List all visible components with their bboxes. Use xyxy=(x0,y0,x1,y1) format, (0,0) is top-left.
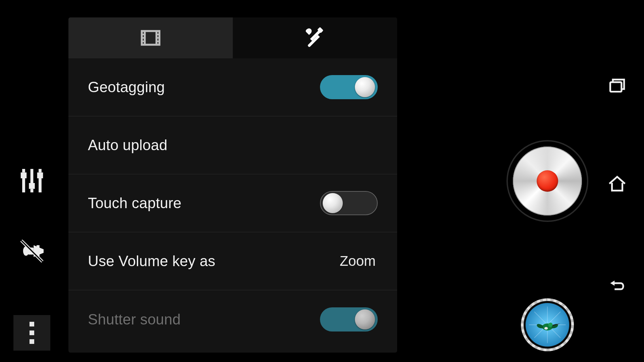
gallery-thumbnail-button[interactable] xyxy=(521,298,574,351)
record-button[interactable] xyxy=(506,140,588,222)
overflow-menu-button[interactable] xyxy=(13,315,50,351)
setting-label: Use Volume key as xyxy=(88,253,215,269)
shutter-ring xyxy=(513,146,582,216)
setting-label: Touch capture xyxy=(88,195,181,212)
nav-home-button[interactable] xyxy=(600,167,634,200)
toggle-knob xyxy=(323,193,343,213)
home-icon xyxy=(607,173,628,194)
toggle-geotagging[interactable] xyxy=(320,75,378,99)
svg-point-31 xyxy=(548,323,553,327)
back-icon xyxy=(607,275,628,295)
svg-rect-7 xyxy=(29,183,35,189)
recents-icon xyxy=(607,76,628,97)
toggle-touch-capture[interactable] xyxy=(320,191,378,215)
tab-tools[interactable] xyxy=(233,17,397,58)
flash-off-icon xyxy=(18,237,46,265)
tab-video[interactable] xyxy=(68,17,233,58)
adjust-sliders-icon xyxy=(18,167,46,195)
flash-off-button[interactable] xyxy=(13,233,50,269)
overflow-menu-icon xyxy=(30,322,34,344)
svg-rect-8 xyxy=(37,173,43,179)
setting-row-auto-upload[interactable]: Auto upload xyxy=(68,116,397,174)
toggle-shutter-sound[interactable] xyxy=(320,307,378,331)
setting-value: Zoom xyxy=(340,253,378,269)
setting-row-geotagging[interactable]: Geotagging xyxy=(68,58,397,116)
toggle-knob xyxy=(355,309,375,329)
setting-row-shutter-sound[interactable]: Shutter sound xyxy=(68,290,397,348)
setting-row-volume-key[interactable]: Use Volume key as Zoom xyxy=(68,232,397,290)
gallery-thumbnail-image xyxy=(526,303,569,347)
setting-label: Geotagging xyxy=(88,79,165,96)
settings-list: Geotagging Auto upload Touch capture Use… xyxy=(68,58,397,348)
setting-row-touch-capture[interactable]: Touch capture xyxy=(68,174,397,232)
setting-label: Shutter sound xyxy=(88,311,181,328)
adjust-sliders-button[interactable] xyxy=(13,162,50,199)
camera-settings-panel: Geotagging Auto upload Touch capture Use… xyxy=(68,17,397,353)
nav-back-button[interactable] xyxy=(600,268,634,302)
record-dot-icon xyxy=(537,170,558,192)
svg-rect-33 xyxy=(610,82,622,92)
svg-point-32 xyxy=(544,327,548,330)
toggle-knob xyxy=(355,77,375,97)
setting-label: Auto upload xyxy=(88,137,167,154)
film-icon xyxy=(139,26,162,50)
nav-recents-button[interactable] xyxy=(600,70,634,103)
tools-icon xyxy=(303,26,327,50)
svg-rect-6 xyxy=(21,173,27,179)
